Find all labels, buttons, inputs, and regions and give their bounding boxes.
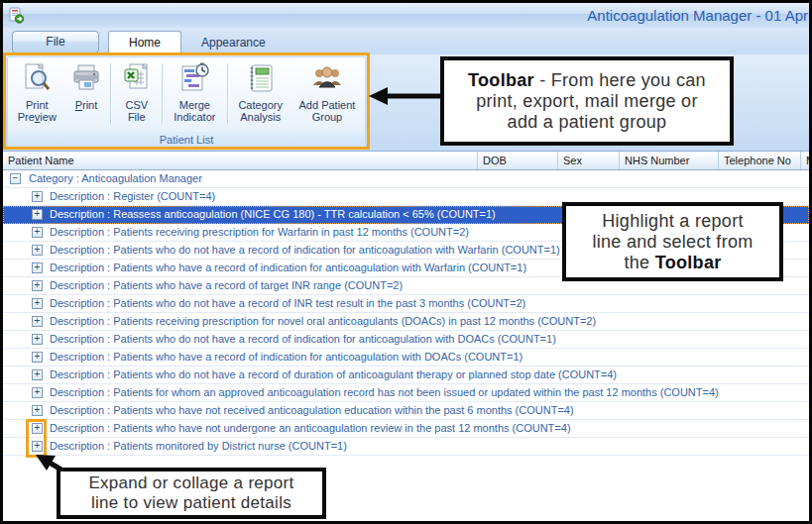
report-row-label: Description : Register (COUNT=4) [50,188,215,205]
expand-icon[interactable]: + [32,316,43,327]
column-header-dob[interactable]: DOB [478,152,558,169]
column-header-nhs-number[interactable]: NHS Number [620,152,719,169]
column-header-partial[interactable]: M [801,152,809,169]
print-button[interactable]: Print [64,59,109,131]
report-row-label: Description : Patients receiving prescri… [50,224,469,241]
expand-icon[interactable]: + [32,245,43,256]
report-row-label: Description : Patients receiving prescri… [50,313,596,330]
report-row-label: Description : Patients who have a record… [50,277,403,294]
report-row[interactable]: +Description : Patients who do not have … [3,331,809,349]
expand-icon[interactable]: + [32,405,43,416]
report-row[interactable]: +Description : Patients who have not rec… [3,402,809,420]
csv-file-label: CSVFile [113,99,160,123]
report-row-label: Description : Patients who do not have a… [50,242,560,259]
merge-indicator-icon [165,61,224,97]
tab-appearance[interactable]: Appearance [193,31,274,54]
report-row[interactable]: +Description : Patients receiving prescr… [3,313,809,331]
grid-header: Patient Name DOB Sex NHS Number Telephon… [3,151,809,170]
expand-icon[interactable]: + [32,191,43,202]
column-header-telephone-no[interactable]: Telephone No [719,152,801,169]
column-header-patient-name[interactable]: Patient Name [3,152,478,169]
tab-file[interactable]: File [12,31,99,53]
group-label-patient-list: Patient List [8,132,365,148]
ribbon-tab-row: File Home Appearance [3,28,809,54]
expand-icon[interactable]: + [32,441,43,452]
expand-icon[interactable]: + [32,423,43,434]
report-row[interactable]: +Description : Patients monitored by Dis… [3,438,809,456]
report-row-label: Description : Patients who have not unde… [50,420,571,437]
print-preview-button[interactable]: PrintPreview [10,59,64,131]
report-row-label: Description : Patients who have not rece… [50,402,574,419]
print-icon [64,61,109,97]
tab-home[interactable]: Home [108,31,181,54]
report-row[interactable]: +Description : Patients who have a recor… [3,349,809,367]
category-row-label: Category : Anticoagulation Manager [29,170,202,187]
toolbar-separator [110,63,111,125]
window-title: Anticoagulation Manager - 01 Apr [587,3,808,28]
report-row-label: Description : Patients who do not have a… [50,295,525,312]
callout-highlight: Highlight a reportline and select fromth… [562,202,783,281]
expand-icon[interactable]: + [32,387,43,398]
report-row[interactable]: +Description : Patients for whom an appr… [3,384,809,402]
merge-indicator-button[interactable]: MergeIndicator [165,59,224,131]
expand-icon[interactable]: + [32,334,43,345]
expand-icon[interactable]: + [32,280,43,291]
add-patient-group-icon [291,61,363,97]
report-row-label: Description : Patients who have a record… [50,260,526,276]
csv-file-button[interactable]: CSVFile [113,59,160,131]
expand-icon[interactable]: + [32,209,43,220]
report-row-label: Description : Patients who do not have a… [50,331,556,348]
expand-icon[interactable]: + [32,227,43,238]
category-analysis-icon [230,61,291,97]
expand-icon[interactable]: + [32,262,43,273]
patient-list-group: PrintPreviewPrintCSVFileMergeIndicatorCa… [7,56,366,149]
csv-file-icon [113,61,160,97]
report-row-label: Description : Patients for whom an appro… [50,384,719,401]
app-icon[interactable] [8,7,25,24]
expand-icon[interactable]: + [32,369,43,380]
callout-expand: Expand or collage a reportline to view p… [57,468,326,519]
toolbar-separator [162,63,163,125]
callout-toolbar: Toolbar - From here you canprint, export… [440,56,734,146]
expand-icon[interactable]: + [32,352,43,363]
report-row[interactable]: +Description : Patients who do not have … [3,295,809,313]
print-preview-icon [10,61,64,97]
merge-indicator-label: MergeIndicator [165,99,224,123]
print-label: Print [64,99,109,111]
report-row-label: Description : Reassess anticoagulation (… [50,206,496,223]
category-analysis-label: CategoryAnalysis [230,99,291,123]
print-preview-label: PrintPreview [10,99,64,123]
report-row[interactable]: +Description : Patients who have not und… [3,420,809,438]
report-row-label: Description : Patients monitored by Dist… [50,438,347,455]
app-window: Anticoagulation Manager - 01 Apr File Ho… [0,0,812,524]
collapse-icon[interactable]: − [10,173,21,184]
report-row-label: Description : Patients who do not have a… [50,367,617,383]
category-row[interactable]: − Category : Anticoagulation Manager [3,170,809,188]
add-patient-group-label: Add PatientGroup [291,99,363,123]
column-header-sex[interactable]: Sex [558,152,620,169]
add-patient-group-button[interactable]: Add PatientGroup [291,59,363,131]
toolbar-buttons: PrintPreviewPrintCSVFileMergeIndicatorCa… [10,59,363,131]
report-row-label: Description : Patients who have a record… [50,349,522,366]
toolbar-separator [227,63,228,125]
expand-icon[interactable]: + [32,298,43,309]
report-row[interactable]: +Description : Patients who do not have … [3,367,809,384]
title-bar: Anticoagulation Manager - 01 Apr [3,3,809,28]
category-analysis-button[interactable]: CategoryAnalysis [230,59,291,131]
